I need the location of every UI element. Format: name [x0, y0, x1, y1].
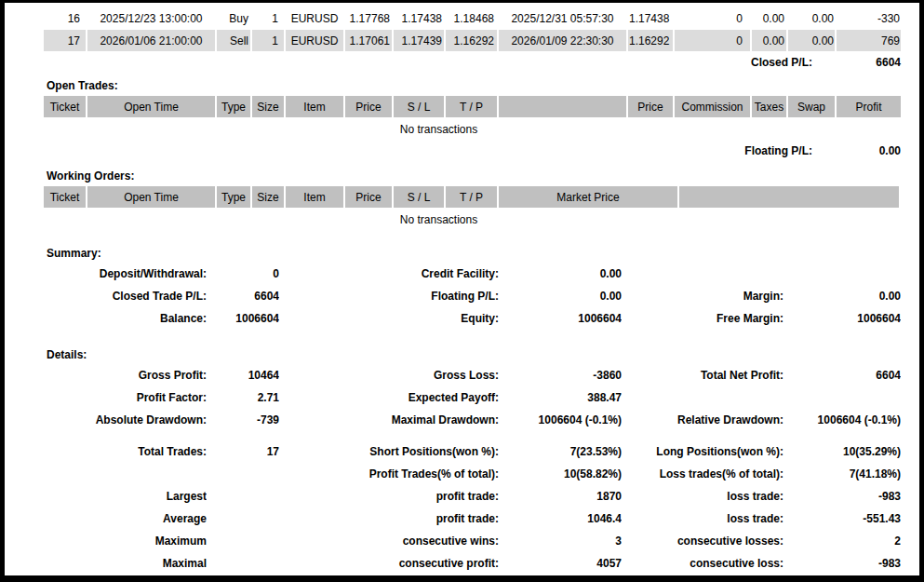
- details-value: [207, 508, 279, 530]
- closed-trades-table: 16 2025/12/23 13:00:00 Buy 1 EURUSD 1.17…: [42, 7, 903, 52]
- col-header-ticket: Ticket: [44, 96, 86, 117]
- summary-value: 6604: [207, 285, 279, 307]
- details-label: Long Positions(won %):: [622, 440, 783, 463]
- table-header-row: Ticket Open Time Type Size Item Price S …: [44, 186, 899, 208]
- summary-value: 1006604: [207, 307, 279, 330]
- details-value: 1006604 (-0.1%): [783, 409, 901, 431]
- table-header-row: Ticket Open Time Type Size Item Price S …: [44, 96, 901, 117]
- details-value: 2: [783, 530, 901, 552]
- details-value: [207, 463, 279, 485]
- col-header-empty: [679, 186, 899, 208]
- cell-profit: -330: [837, 7, 901, 29]
- summary-label: Free Margin:: [622, 307, 783, 330]
- details-value: [207, 485, 279, 508]
- cell-open-price: 1.17061: [345, 30, 392, 51]
- details-value: 7(23.53%): [499, 440, 622, 463]
- cell-ticket: 17: [44, 30, 86, 51]
- details-value: 10(35.29%): [783, 440, 901, 463]
- closed-pl-label: Closed P/L:: [42, 52, 812, 73]
- col-header-price: Price: [345, 96, 392, 117]
- cell-close-time: 2025/12/31 05:57:30: [499, 7, 626, 29]
- details-value: -983: [783, 552, 901, 575]
- closed-pl-value: 6604: [812, 52, 901, 73]
- details-value: 7(41.18%): [783, 463, 901, 485]
- cell-profit: 769: [837, 30, 901, 51]
- details-label: Profit Factor:: [42, 386, 207, 409]
- cell-close-price: 1.17438: [628, 7, 673, 29]
- floating-pl-value: 0.00: [812, 141, 901, 161]
- open-trades-empty-text: No transactions: [42, 118, 836, 141]
- cell-size: 1: [252, 7, 284, 29]
- details-grid-top: Gross Profit: 10464 Gross Loss: -3860 To…: [42, 364, 901, 431]
- col-header-item: Item: [286, 186, 343, 208]
- summary-label: [622, 263, 783, 285]
- cell-item: EURUSD: [286, 30, 343, 51]
- details-value: [207, 530, 279, 552]
- cell-open-time: 2026/01/06 21:00:00: [87, 30, 215, 51]
- details-label: Relative Drawdown:: [622, 409, 783, 431]
- summary-label: Equity:: [279, 307, 499, 330]
- col-header-open-time: Open Time: [87, 186, 215, 208]
- details-value: 1046.4: [499, 508, 622, 530]
- working-orders-header-row: Ticket Open Time Type Size Item Price S …: [42, 185, 901, 209]
- details-value: [207, 552, 279, 575]
- floating-pl-label: Floating P/L:: [42, 141, 812, 161]
- summary-value: 1006604: [499, 307, 622, 330]
- details-value: 10(58.82%): [499, 463, 622, 485]
- details-label: profit trade:: [279, 485, 499, 508]
- cell-tp: 1.18468: [446, 7, 497, 29]
- details-value: 4057: [499, 552, 622, 575]
- summary-label: Balance:: [42, 307, 207, 330]
- summary-value: 0: [207, 263, 279, 285]
- col-header-item: Item: [286, 96, 343, 117]
- details-label: Largest: [42, 485, 207, 508]
- details-label: [42, 463, 207, 485]
- col-header-tp: T / P: [446, 186, 497, 208]
- details-value: -739: [207, 409, 279, 431]
- col-header-type: Type: [217, 96, 250, 117]
- col-header-open-time: Open Time: [87, 96, 215, 117]
- details-value: -551.43: [783, 508, 901, 530]
- col-header-size: Size: [252, 96, 284, 117]
- details-label: consecutive loss:: [622, 552, 783, 575]
- details-value: [783, 386, 901, 409]
- details-value: -3860: [499, 364, 622, 386]
- details-label: consecutive losses:: [622, 530, 783, 552]
- summary-value: 0.00: [783, 285, 901, 307]
- details-label: Absolute Drawdown:: [42, 409, 207, 431]
- cell-type: Sell: [217, 30, 250, 51]
- cell-sl: 1.17439: [394, 30, 444, 51]
- cell-open-price: 1.17768: [345, 7, 392, 29]
- summary-value: 0.00: [499, 263, 622, 285]
- summary-label: Margin:: [622, 285, 783, 307]
- details-label: Gross Loss:: [279, 364, 499, 386]
- cell-close-time: 2026/01/09 22:30:30: [499, 30, 626, 51]
- details-value: 17: [207, 440, 279, 463]
- open-trades-section-label: Open Trades:: [42, 76, 901, 95]
- details-label: Loss trades(% of total):: [622, 463, 783, 485]
- col-header-ticket: Ticket: [44, 186, 86, 208]
- cell-swap: 0.00: [788, 30, 835, 51]
- col-header-close-price: Price: [628, 96, 673, 117]
- details-value: 10464: [207, 364, 279, 386]
- details-label: Total Net Profit:: [622, 364, 783, 386]
- summary-value: 0.00: [499, 285, 622, 307]
- details-label: Maximal Drawdown:: [279, 409, 499, 431]
- details-value: 388.47: [499, 386, 622, 409]
- cell-sl: 1.17438: [394, 7, 444, 29]
- summary-label: Floating P/L:: [279, 285, 499, 307]
- working-orders-section-label: Working Orders:: [42, 167, 901, 185]
- details-label: Maximal: [42, 552, 207, 575]
- details-label: Expected Payoff:: [279, 386, 499, 409]
- cell-type: Buy: [217, 7, 250, 29]
- details-label: profit trade:: [279, 508, 499, 530]
- trade-row: 17 2026/01/06 21:00:00 Sell 1 EURUSD 1.1…: [44, 30, 901, 51]
- working-orders-empty-text: No transactions: [42, 209, 836, 231]
- cell-swap: 0.00: [788, 7, 835, 29]
- summary-section-label: Summary:: [42, 244, 901, 263]
- details-grid-bottom: Total Trades: 17 Short Positions(won %):…: [42, 440, 901, 575]
- cell-tp: 1.16292: [446, 30, 497, 51]
- details-label: Gross Profit:: [42, 364, 207, 386]
- col-header-sl: S / L: [394, 186, 444, 208]
- col-header-market-price: Market Price: [499, 186, 677, 208]
